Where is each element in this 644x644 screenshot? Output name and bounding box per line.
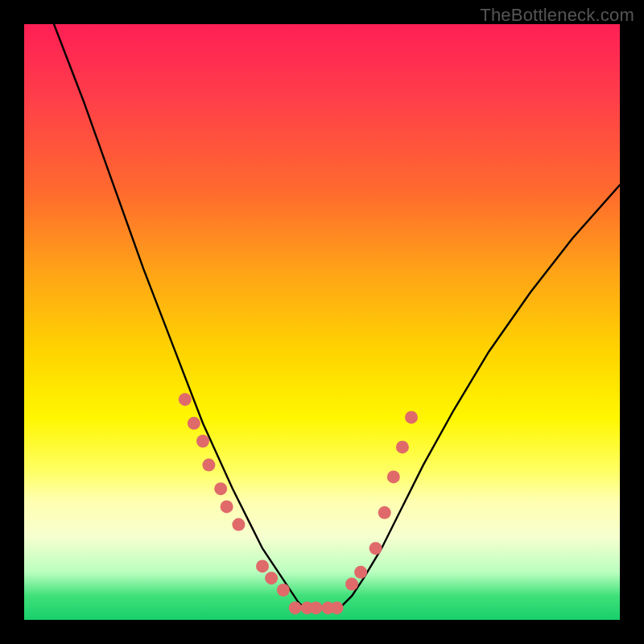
marker-dot (277, 584, 290, 597)
marker-dot (221, 500, 233, 513)
right-curve (340, 185, 620, 608)
marker-dot (232, 518, 245, 531)
marker-dot (214, 482, 227, 495)
marker-dot (396, 440, 409, 453)
marker-dot (265, 572, 278, 584)
marker-dot (345, 578, 358, 591)
marker-dot (256, 559, 269, 572)
marker-dot (179, 393, 192, 406)
plot-area (24, 24, 620, 620)
marker-dot (196, 435, 209, 448)
curve-svg (24, 24, 620, 620)
marker-dot (188, 417, 200, 430)
marker-dot (331, 601, 344, 614)
marker-dot (202, 459, 215, 472)
marker-dot (369, 542, 382, 555)
right-dots-group (345, 411, 418, 590)
left-curve (54, 24, 304, 608)
marker-dot (310, 601, 323, 614)
marker-dot (387, 470, 400, 483)
watermark-text: TheBottleneck.com (480, 5, 634, 26)
marker-dot (405, 411, 418, 423)
chart-frame: TheBottleneck.com (0, 0, 644, 644)
marker-dot (289, 601, 302, 614)
marker-dot (378, 506, 391, 519)
marker-dot (354, 566, 367, 579)
floor-dots-group (289, 601, 344, 614)
